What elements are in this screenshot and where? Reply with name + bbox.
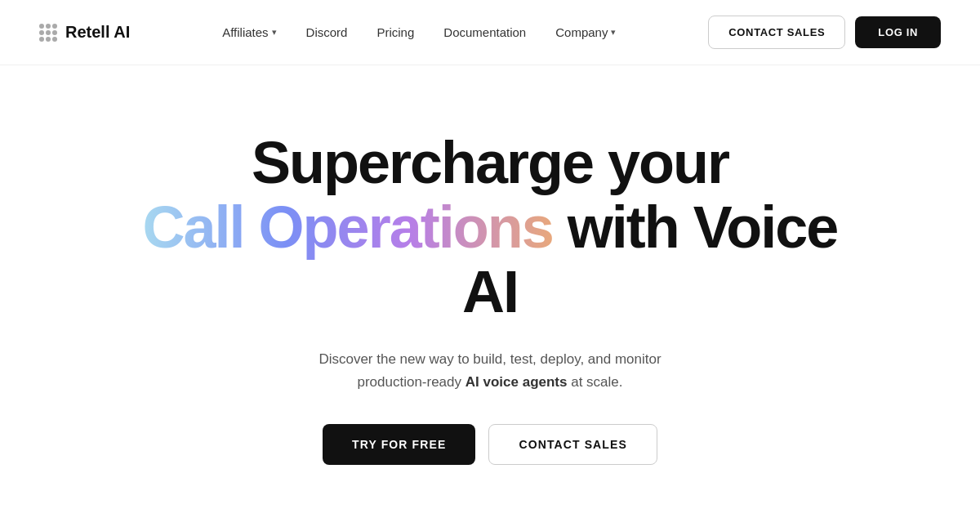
try-free-button[interactable]: TRY FOR FREE — [323, 424, 475, 465]
hero-buttons: TRY FOR FREE CONTACT SALES — [323, 424, 657, 465]
nav-documentation[interactable]: Documentation — [443, 25, 526, 39]
contact-sales-button[interactable]: CONTACT SALES — [708, 16, 845, 49]
header: Retell AI Affiliates ▾ Discord Pricing D… — [0, 0, 980, 65]
hero-section: Supercharge your Call Operations with Vo… — [0, 65, 980, 509]
hero-gradient-text: Call Operations — [143, 194, 553, 260]
nav-pricing[interactable]: Pricing — [376, 25, 414, 39]
chevron-down-icon: ▾ — [611, 27, 616, 38]
logo-text: Retell AI — [65, 23, 130, 42]
logo-icon — [39, 24, 57, 42]
nav-company[interactable]: Company ▾ — [555, 25, 616, 39]
login-button[interactable]: LOG IN — [855, 16, 941, 48]
hero-contact-sales-button[interactable]: CONTACT SALES — [488, 424, 657, 465]
hero-subtitle: Discover the new way to build, test, dep… — [318, 348, 661, 395]
hero-title: Supercharge your Call Operations with Vo… — [122, 131, 858, 325]
nav-affiliates[interactable]: Affiliates ▾ — [222, 25, 276, 39]
hero-subtitle-bold: AI voice agents — [466, 374, 568, 390]
header-actions: CONTACT SALES LOG IN — [708, 16, 941, 49]
chevron-down-icon: ▾ — [272, 27, 277, 38]
logo[interactable]: Retell AI — [39, 23, 130, 42]
nav-discord[interactable]: Discord — [306, 25, 348, 39]
main-nav: Affiliates ▾ Discord Pricing Documentati… — [222, 25, 616, 39]
